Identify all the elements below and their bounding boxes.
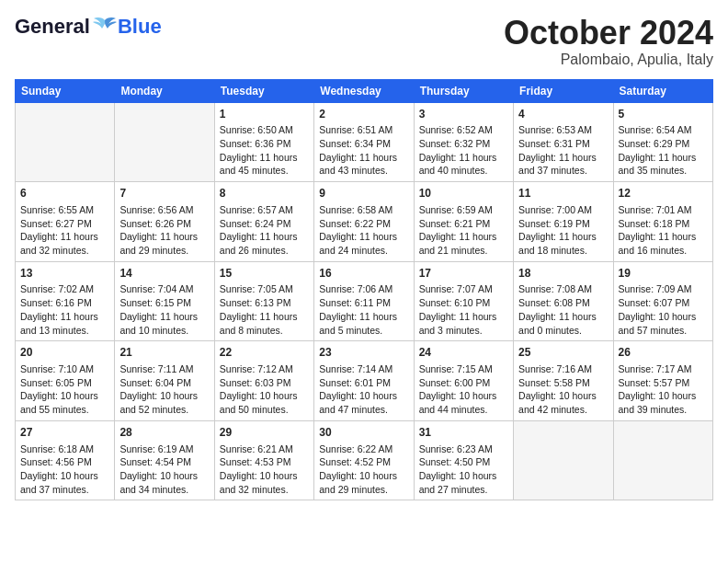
day-of-week-header: Friday [514, 79, 613, 102]
day-info: Sunrise: 7:04 AM Sunset: 6:15 PM Dayligh… [119, 282, 209, 337]
day-number: 5 [619, 107, 708, 122]
calendar-day-cell [514, 420, 613, 500]
day-number: 12 [619, 186, 708, 201]
day-number: 2 [319, 107, 408, 122]
day-number: 10 [419, 186, 508, 201]
calendar-day-cell: 25Sunrise: 7:16 AM Sunset: 5:58 PM Dayli… [514, 341, 613, 421]
day-number: 11 [518, 186, 608, 201]
day-info: Sunrise: 6:57 AM Sunset: 6:24 PM Dayligh… [220, 203, 309, 258]
day-number: 27 [20, 425, 109, 441]
calendar-day-cell: 18Sunrise: 7:08 AM Sunset: 6:08 PM Dayli… [514, 261, 613, 341]
day-info: Sunrise: 7:15 AM Sunset: 6:00 PM Dayligh… [419, 362, 508, 417]
day-info: Sunrise: 6:23 AM Sunset: 4:50 PM Dayligh… [419, 442, 508, 497]
logo-text: General Blue [15, 15, 162, 39]
day-number: 17 [419, 266, 508, 282]
day-info: Sunrise: 6:58 AM Sunset: 6:22 PM Dayligh… [319, 203, 408, 258]
day-info: Sunrise: 6:22 AM Sunset: 4:52 PM Dayligh… [319, 442, 408, 497]
calendar-day-cell: 1Sunrise: 6:50 AM Sunset: 6:36 PM Daylig… [214, 102, 313, 182]
calendar-day-cell: 22Sunrise: 7:12 AM Sunset: 6:03 PM Dayli… [214, 341, 313, 421]
calendar-day-cell: 3Sunrise: 6:52 AM Sunset: 6:32 PM Daylig… [414, 102, 513, 182]
day-info: Sunrise: 7:14 AM Sunset: 6:01 PM Dayligh… [319, 362, 408, 417]
calendar-day-cell: 24Sunrise: 7:15 AM Sunset: 6:00 PM Dayli… [414, 341, 513, 421]
day-info: Sunrise: 7:06 AM Sunset: 6:11 PM Dayligh… [319, 282, 408, 337]
day-info: Sunrise: 6:19 AM Sunset: 4:54 PM Dayligh… [119, 442, 209, 497]
day-info: Sunrise: 7:05 AM Sunset: 6:13 PM Dayligh… [220, 282, 309, 337]
calendar-day-cell: 11Sunrise: 7:00 AM Sunset: 6:19 PM Dayli… [514, 182, 613, 262]
day-info: Sunrise: 7:00 AM Sunset: 6:19 PM Dayligh… [518, 203, 608, 258]
logo: General Blue [15, 15, 162, 39]
calendar-day-cell: 30Sunrise: 6:22 AM Sunset: 4:52 PM Dayli… [314, 420, 414, 500]
day-number: 22 [220, 345, 309, 361]
calendar-day-cell: 2Sunrise: 6:51 AM Sunset: 6:34 PM Daylig… [314, 102, 414, 182]
day-info: Sunrise: 7:16 AM Sunset: 5:58 PM Dayligh… [518, 362, 608, 417]
day-number: 1 [220, 107, 309, 122]
day-info: Sunrise: 6:21 AM Sunset: 4:53 PM Dayligh… [220, 442, 309, 497]
day-of-week-header: Thursday [414, 79, 513, 102]
calendar-day-cell: 14Sunrise: 7:04 AM Sunset: 6:15 PM Dayli… [115, 261, 214, 341]
day-number: 23 [319, 345, 408, 361]
day-of-week-header: Sunday [16, 79, 115, 102]
day-of-week-header: Wednesday [314, 79, 414, 102]
calendar-day-cell [613, 420, 712, 500]
calendar-day-cell: 8Sunrise: 6:57 AM Sunset: 6:24 PM Daylig… [214, 182, 313, 262]
day-number: 14 [119, 266, 209, 282]
day-of-week-header: Saturday [613, 79, 712, 102]
day-info: Sunrise: 6:55 AM Sunset: 6:27 PM Dayligh… [20, 203, 109, 258]
day-number: 8 [220, 186, 309, 201]
calendar-day-cell: 19Sunrise: 7:09 AM Sunset: 6:07 PM Dayli… [613, 261, 712, 341]
calendar-day-cell: 17Sunrise: 7:07 AM Sunset: 6:10 PM Dayli… [414, 261, 513, 341]
month-title: October 2024 [504, 15, 713, 52]
calendar-day-cell: 6Sunrise: 6:55 AM Sunset: 6:27 PM Daylig… [16, 182, 115, 262]
calendar-week-row: 27Sunrise: 6:18 AM Sunset: 4:56 PM Dayli… [16, 420, 713, 500]
calendar-day-cell: 5Sunrise: 6:54 AM Sunset: 6:29 PM Daylig… [613, 102, 712, 182]
calendar-day-cell: 27Sunrise: 6:18 AM Sunset: 4:56 PM Dayli… [16, 420, 115, 500]
calendar-week-row: 6Sunrise: 6:55 AM Sunset: 6:27 PM Daylig… [16, 182, 713, 262]
day-number: 24 [419, 345, 508, 361]
calendar-header-row: SundayMondayTuesdayWednesdayThursdayFrid… [16, 79, 713, 102]
calendar-day-cell: 16Sunrise: 7:06 AM Sunset: 6:11 PM Dayli… [314, 261, 414, 341]
day-number: 26 [619, 345, 708, 361]
calendar-day-cell: 15Sunrise: 7:05 AM Sunset: 6:13 PM Dayli… [214, 261, 313, 341]
calendar-day-cell: 21Sunrise: 7:11 AM Sunset: 6:04 PM Dayli… [115, 341, 214, 421]
day-info: Sunrise: 7:07 AM Sunset: 6:10 PM Dayligh… [419, 282, 508, 337]
day-number: 7 [119, 186, 209, 201]
day-of-week-header: Tuesday [214, 79, 313, 102]
day-number: 20 [20, 345, 109, 361]
title-block: October 2024 Palombaio, Apulia, Italy [504, 15, 713, 68]
logo-general: General [15, 15, 90, 39]
calendar-day-cell: 20Sunrise: 7:10 AM Sunset: 6:05 PM Dayli… [16, 341, 115, 421]
day-info: Sunrise: 7:08 AM Sunset: 6:08 PM Dayligh… [518, 282, 608, 337]
day-number: 21 [119, 345, 209, 361]
calendar-day-cell: 23Sunrise: 7:14 AM Sunset: 6:01 PM Dayli… [314, 341, 414, 421]
day-number: 25 [518, 345, 608, 361]
day-info: Sunrise: 7:12 AM Sunset: 6:03 PM Dayligh… [220, 362, 309, 417]
day-info: Sunrise: 6:56 AM Sunset: 6:26 PM Dayligh… [119, 203, 209, 258]
calendar-day-cell: 12Sunrise: 7:01 AM Sunset: 6:18 PM Dayli… [613, 182, 712, 262]
day-number: 28 [119, 425, 209, 441]
calendar-day-cell: 10Sunrise: 6:59 AM Sunset: 6:21 PM Dayli… [414, 182, 513, 262]
calendar-week-row: 20Sunrise: 7:10 AM Sunset: 6:05 PM Dayli… [16, 341, 713, 421]
day-number: 30 [319, 425, 408, 441]
day-info: Sunrise: 7:01 AM Sunset: 6:18 PM Dayligh… [619, 203, 708, 258]
day-info: Sunrise: 6:50 AM Sunset: 6:36 PM Dayligh… [220, 123, 309, 178]
day-info: Sunrise: 6:53 AM Sunset: 6:31 PM Dayligh… [518, 123, 608, 178]
day-info: Sunrise: 7:02 AM Sunset: 6:16 PM Dayligh… [20, 282, 109, 337]
calendar-day-cell: 13Sunrise: 7:02 AM Sunset: 6:16 PM Dayli… [16, 261, 115, 341]
day-info: Sunrise: 7:09 AM Sunset: 6:07 PM Dayligh… [619, 282, 708, 337]
day-info: Sunrise: 6:54 AM Sunset: 6:29 PM Dayligh… [619, 123, 708, 178]
calendar-day-cell: 9Sunrise: 6:58 AM Sunset: 6:22 PM Daylig… [314, 182, 414, 262]
calendar-week-row: 13Sunrise: 7:02 AM Sunset: 6:16 PM Dayli… [16, 261, 713, 341]
day-number: 29 [220, 425, 309, 441]
calendar-day-cell: 4Sunrise: 6:53 AM Sunset: 6:31 PM Daylig… [514, 102, 613, 182]
day-number: 9 [319, 186, 408, 201]
calendar-day-cell: 7Sunrise: 6:56 AM Sunset: 6:26 PM Daylig… [115, 182, 214, 262]
day-number: 19 [619, 266, 708, 282]
calendar-day-cell: 31Sunrise: 6:23 AM Sunset: 4:50 PM Dayli… [414, 420, 513, 500]
day-of-week-header: Monday [115, 79, 214, 102]
day-number: 4 [518, 107, 608, 122]
day-number: 31 [419, 425, 508, 441]
page-header: General Blue October 2024 Palombaio, Apu… [15, 15, 713, 68]
calendar-day-cell: 29Sunrise: 6:21 AM Sunset: 4:53 PM Dayli… [214, 420, 313, 500]
day-number: 13 [20, 266, 109, 282]
calendar-table: SundayMondayTuesdayWednesdayThursdayFrid… [15, 79, 713, 501]
